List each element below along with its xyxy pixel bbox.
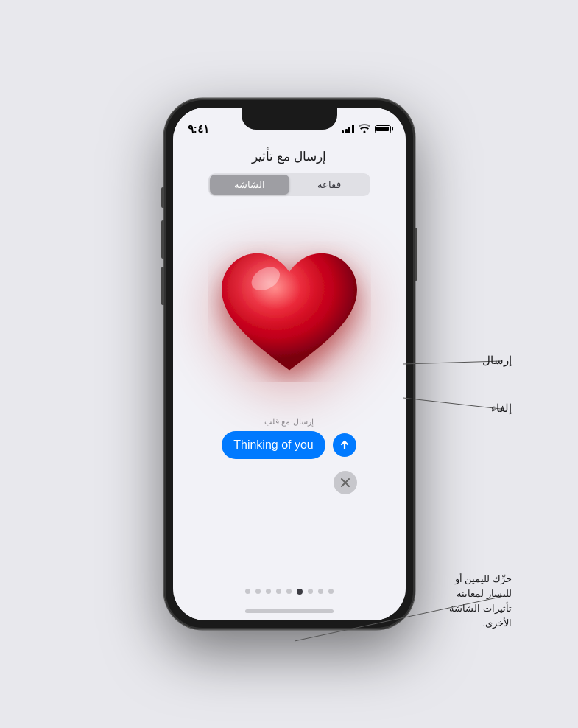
- scene: ٩:٤١: [0, 0, 578, 728]
- dot-7: [308, 589, 313, 594]
- cancel-button-area: [222, 471, 357, 494]
- svg-text:تأثيرات الشاشة: تأثيرات الشاشة: [449, 601, 512, 615]
- page-title: إرسال مع تأثير: [252, 149, 325, 164]
- svg-text:إلغاء: إلغاء: [491, 402, 512, 415]
- svg-text:حرِّك لليمين أو: حرِّك لليمين أو: [454, 573, 512, 585]
- tab-switcher: الشاشة فقاعة: [208, 173, 370, 196]
- dot-9: [328, 589, 334, 594]
- power-button: [415, 228, 417, 281]
- silent-button: [161, 187, 164, 208]
- cancel-button[interactable]: [334, 471, 357, 494]
- home-indicator: [245, 609, 334, 613]
- dot-1: [245, 589, 250, 594]
- signal-icon: [342, 125, 354, 133]
- svg-text:لليسار لمعاينة: لليسار لمعاينة: [457, 588, 512, 600]
- dot-5: [286, 589, 292, 594]
- phone-frame: ٩:٤١: [164, 99, 415, 629]
- tab-screen[interactable]: الشاشة: [210, 175, 289, 195]
- dot-3: [266, 589, 271, 594]
- page-dots: [245, 589, 334, 595]
- heart-effect-area: [186, 208, 392, 414]
- dot-2: [255, 589, 261, 594]
- status-icons: [342, 124, 391, 135]
- volume-up-button: [161, 220, 164, 259]
- notch: [242, 108, 337, 130]
- battery-icon: [375, 125, 391, 133]
- svg-line-1: [403, 361, 501, 364]
- dot-8: [318, 589, 323, 594]
- phone-screen: ٩:٤١: [173, 108, 406, 620]
- status-time: ٩:٤١: [188, 122, 210, 136]
- svg-line-3: [403, 398, 501, 409]
- svg-text:الأخرى.: الأخرى.: [482, 617, 512, 629]
- heart-icon: [205, 226, 374, 396]
- screen-content: إرسال مع تأثير الشاشة فقاعة: [173, 140, 406, 620]
- message-bubble: Thinking of you: [222, 431, 325, 459]
- wifi-icon: [359, 124, 370, 135]
- message-row: Thinking of you: [173, 431, 406, 459]
- send-button[interactable]: [333, 433, 356, 457]
- svg-text:إرسال: إرسال: [482, 354, 512, 367]
- dot-4: [276, 589, 281, 594]
- dot-6-active: [297, 589, 303, 595]
- tab-bubble[interactable]: فقاعة: [289, 175, 369, 195]
- volume-down-button: [161, 267, 164, 305]
- effect-label: إرسال مع قلب: [264, 417, 313, 427]
